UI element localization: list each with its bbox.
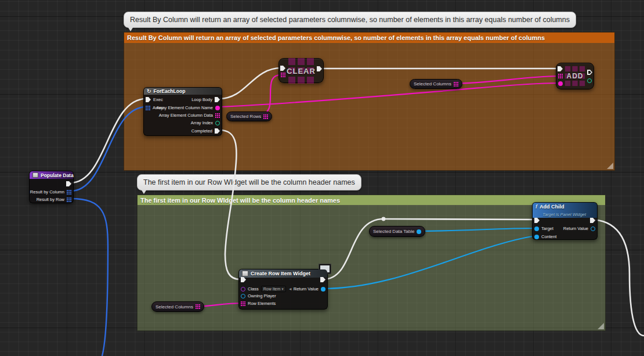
exec-out-pin[interactable] <box>320 277 325 282</box>
node-add-array[interactable]: ADD <box>556 63 594 89</box>
pin-label: Class <box>248 286 259 292</box>
bubble-text: Result By Column will return an array of… <box>130 16 570 24</box>
bubble-tail <box>141 189 147 194</box>
node-title: ForEachLoop <box>154 88 186 94</box>
pin-label: Owning Player <box>248 293 276 299</box>
exec-out-pin[interactable] <box>317 66 322 71</box>
comment-resize-handle[interactable] <box>598 323 604 329</box>
function-icon: f <box>536 204 537 210</box>
node-create-row-item-widget[interactable]: Create Row Item Widget Class Row Item ▾ … <box>238 269 328 310</box>
array-element-column-data-pin[interactable] <box>215 113 220 118</box>
loop-icon: ↻ <box>147 88 151 94</box>
caret-down-icon: ▾ <box>281 287 284 292</box>
target-array-pin[interactable] <box>558 74 563 78</box>
array-index-pin[interactable] <box>215 121 220 125</box>
comment-resize-handle[interactable] <box>607 163 613 169</box>
selected-columns-pin[interactable] <box>454 82 458 87</box>
return-index-pin[interactable] <box>587 78 592 83</box>
pin-label: Row Elements <box>248 301 276 306</box>
node-subtitle: Target is Panel Widget <box>542 212 594 217</box>
exec-out-pin[interactable] <box>590 218 595 223</box>
result-by-column-pin[interactable] <box>67 190 71 195</box>
class-select[interactable]: Row Item ▾ <box>261 286 286 292</box>
exec-out-pin[interactable] <box>587 70 592 75</box>
pin-label: Array Element Column Data <box>159 113 213 118</box>
exec-in-pin[interactable] <box>280 66 285 71</box>
owning-player-pin[interactable] <box>241 294 245 299</box>
pill-selected-rows[interactable]: Selected Rows <box>226 112 272 121</box>
pin-label: Loop Body <box>191 97 212 102</box>
exec-in-pin[interactable] <box>534 218 540 223</box>
pin-label: Array Element Column Name <box>156 105 213 110</box>
return-value-pin[interactable] <box>591 226 595 231</box>
node-populate-data[interactable]: Populate Data Result by Column Result by… <box>29 171 74 203</box>
comment-result-by-column-header[interactable]: Result By Column will return an array of… <box>124 33 614 43</box>
target-array-pin[interactable] <box>281 73 285 77</box>
target-pin[interactable] <box>534 226 539 231</box>
pill-selected-data-table[interactable]: Selected Data Table <box>369 226 425 237</box>
pin-label: Exec <box>153 97 163 102</box>
widget-icon <box>242 271 248 276</box>
reset-icon[interactable]: ◄ <box>288 287 292 291</box>
selected-columns-pin[interactable] <box>196 304 200 309</box>
pin-label: Array Index <box>191 120 213 125</box>
pill-label: Selected Rows <box>230 114 261 119</box>
exec-out-pin[interactable] <box>66 181 71 186</box>
node-title: Create Row Item Widget <box>251 271 310 276</box>
class-value: Row Item <box>263 287 281 291</box>
array-pin[interactable] <box>146 106 150 110</box>
completed-pin[interactable] <box>215 128 220 134</box>
class-pin[interactable] <box>241 287 245 292</box>
pin-label: Return Value <box>294 286 319 292</box>
loop-body-pin[interactable] <box>215 97 220 102</box>
node-title: Add Child <box>540 204 565 210</box>
pin-label: Target <box>541 226 553 231</box>
node-clear-array[interactable]: CLEAR <box>278 58 324 83</box>
pill-selected-columns-top[interactable]: Selected Columns <box>410 79 462 89</box>
pin-label: Content <box>541 234 556 239</box>
comment-title: The first item in our Row WIdget will be… <box>140 197 340 204</box>
bubble-tail <box>128 27 133 31</box>
pill-selected-columns-bottom[interactable]: Selected Columns <box>151 301 204 312</box>
content-pin[interactable] <box>534 235 539 239</box>
row-elements-pin[interactable] <box>241 301 245 306</box>
return-value-pin[interactable] <box>321 287 325 292</box>
exec-in-pin[interactable] <box>241 277 246 282</box>
comment-bubble-result-by-column: Result By Column will return an array of… <box>124 12 576 28</box>
pill-label: Selected Columns <box>414 81 451 87</box>
exec-in-pin[interactable] <box>146 97 151 102</box>
node-title: Populate Data <box>41 172 74 178</box>
array-element-column-name-pin[interactable] <box>215 106 220 110</box>
comment-title: Result By Column will return an array of… <box>127 34 545 41</box>
selected-data-table-pin[interactable] <box>417 229 421 234</box>
node-add-child[interactable]: f Add Child Target is Panel Widget Targe… <box>532 202 598 240</box>
new-item-pin[interactable] <box>558 81 563 86</box>
pin-label: Result by Row <box>37 197 64 202</box>
event-icon <box>32 172 38 178</box>
exec-in-pin[interactable] <box>558 66 563 71</box>
result-by-row-pin[interactable] <box>67 197 71 202</box>
pill-label: Selected Data Table <box>373 229 414 234</box>
bubble-text: The first item in our Row WIdget will be… <box>143 178 355 186</box>
comment-bubble-first-item: The first item in our Row WIdget will be… <box>137 174 361 190</box>
pin-label: Completed <box>191 128 212 134</box>
pill-label: Selected Columns <box>155 304 193 310</box>
selected-rows-pin[interactable] <box>263 114 268 119</box>
node-foreachloop[interactable]: ↻ ForEachLoop Exec Array Loop Body Array… <box>143 87 222 136</box>
pin-label: Return Value <box>563 226 588 231</box>
pin-label: Result by Column <box>30 189 64 195</box>
